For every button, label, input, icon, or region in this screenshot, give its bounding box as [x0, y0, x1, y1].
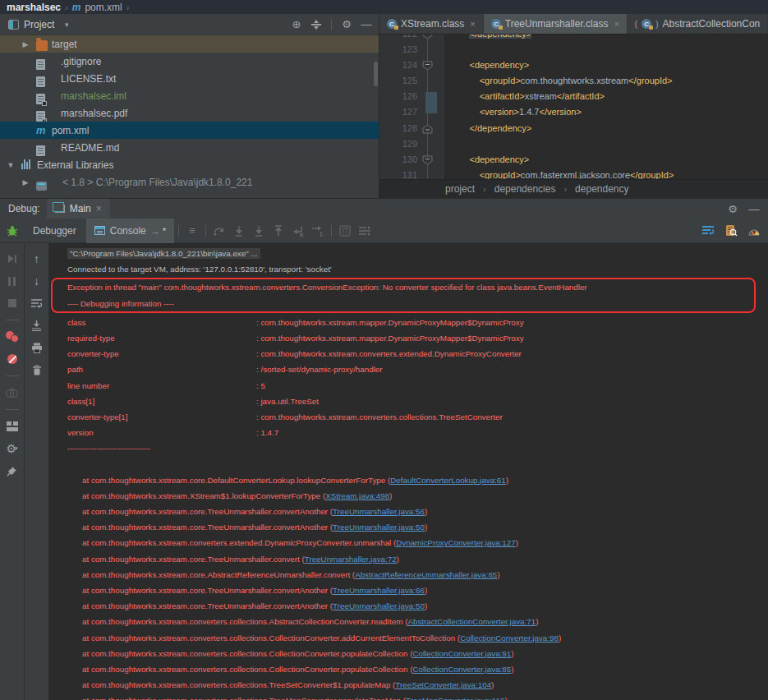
collapse-all-button[interactable] [309, 17, 324, 32]
code-line: </dependency> [449, 121, 674, 136]
tree-item-readme-md[interactable]: README.md [0, 139, 379, 156]
hide-panel-button[interactable]: — [359, 17, 374, 32]
pin-tab-button[interactable] [5, 463, 20, 478]
drop-frame-button[interactable] [289, 223, 307, 239]
code-editor[interactable]: </dependency> <dependency> <groupId>com.… [444, 35, 768, 179]
stack-link[interactable]: TreeUnmarshaller.java:72 [305, 555, 397, 564]
restore-layout-button[interactable] [5, 419, 20, 434]
stack-link[interactable]: DefaultConverterLookup.java:61 [390, 476, 506, 485]
line-number: 122 [379, 35, 417, 42]
print-button[interactable] [30, 340, 44, 355]
force-step-into-button[interactable] [250, 223, 268, 239]
evaluate-expression-button[interactable] [336, 223, 354, 239]
stack-link[interactable]: CollectionConverter.java:85 [412, 665, 511, 674]
tab-label: Console [110, 225, 146, 237]
close-icon[interactable]: × [614, 19, 619, 29]
line-number: 123 [379, 42, 417, 58]
stack-link[interactable]: XStream.java:498 [325, 491, 389, 500]
chevron-collapsed-icon[interactable]: ▶ [21, 178, 30, 187]
tab-console[interactable]: Console→* [86, 219, 174, 243]
xml-breadcrumb-dependency[interactable]: dependency [575, 183, 628, 195]
tab-debugger[interactable]: Debugger [25, 219, 85, 243]
stack-link[interactable]: CollectionConverter.java:91 [412, 649, 511, 658]
blank-line [67, 456, 768, 472]
camera-snapshot-button[interactable] [5, 385, 20, 400]
mute-breakpoints-button[interactable] [5, 352, 20, 366]
resume-button[interactable] [5, 251, 20, 266]
tree-item-label: marshalsec.pdf [61, 108, 127, 119]
gear-icon[interactable]: ⚙ [725, 201, 740, 216]
performance-gauge-icon[interactable] [747, 223, 761, 238]
scroll-to-end-button[interactable] [30, 318, 44, 333]
stop-button[interactable] [5, 296, 20, 311]
breadcrumb-project[interactable]: marshalsec [7, 2, 61, 13]
stack-link[interactable]: TreeUnmarshaller.java:50 [333, 523, 425, 532]
debug-header: Debug: Main × ⚙ — [0, 199, 768, 219]
fold-marker-start-icon[interactable] [422, 155, 433, 165]
step-out-button[interactable] [269, 223, 287, 239]
debug-info-header: ---- Debugging information ---- [67, 296, 754, 311]
tree-item-pom-xml[interactable]: mpom.xml [0, 122, 379, 139]
soft-wrap-button[interactable] [30, 296, 44, 311]
editor-tab-abstractcollectioncon[interactable]: (C)AbstractCollectionCon [628, 14, 768, 34]
editor-tab-treeunmarshaller-class[interactable]: CTreeUnmarshaller.class× [484, 14, 628, 34]
close-icon[interactable]: × [470, 19, 475, 29]
project-scrollbar[interactable] [374, 62, 378, 86]
run-to-cursor-button[interactable] [309, 223, 327, 239]
step-into-button[interactable] [230, 223, 248, 239]
fold-marker-end-icon[interactable] [422, 124, 433, 134]
view-breakpoints-button[interactable] [5, 329, 20, 344]
hide-panel-button[interactable]: — [747, 201, 761, 216]
project-panel-title[interactable]: Project [24, 19, 54, 30]
next-occurrence-button[interactable]: ↓ [30, 274, 44, 288]
rail-divider [6, 409, 19, 410]
stack-link[interactable]: AbstractCollectionConverter.java:71 [407, 617, 536, 626]
console-cmd-line: "C:\Program Files\Java\jdk1.8.0_221\bin\… [67, 246, 768, 261]
layout-settings-button[interactable] [356, 223, 374, 239]
annotation-highlight-box: Exception in thread "main" com.thoughtwo… [51, 278, 756, 312]
chevron-expanded-icon[interactable]: ▼ [7, 161, 15, 169]
stack-link[interactable]: TreeUnmarshaller.java:66 [333, 586, 425, 595]
code-line [449, 136, 674, 152]
close-icon[interactable]: × [96, 203, 102, 214]
tree-item--gitignore[interactable]: .gitignore [0, 53, 379, 70]
console-output[interactable]: "C:\Program Files\Java\jdk1.8.0_221\bin\… [49, 243, 768, 700]
tree-item-marshalsec-pdf[interactable]: ?marshalsec.pdf [0, 104, 379, 122]
tree-item-license-txt[interactable]: LICENSE.txt [0, 70, 379, 87]
stack-link[interactable]: TreeUnmarshaller.java:56 [333, 507, 425, 516]
show-execution-point-button[interactable]: ≡ [183, 223, 201, 239]
tree-item--1-8-c-program-files-java-jdk1-8-0-221[interactable]: ▶< 1.8 > C:\Program Files\Java\jdk1.8.0_… [0, 173, 379, 191]
editor-tab-label: AbstractCollectionCon [663, 18, 761, 30]
fold-marker-start-icon[interactable] [422, 35, 433, 39]
tree-item-marshalsec-iml[interactable]: marshalsec.iml [0, 87, 379, 104]
stack-link[interactable]: TreeMapConverter.java:116 [406, 696, 504, 700]
debug-info-divider: ------------------------------- [67, 440, 768, 456]
settings-gear-button[interactable]: ⚙▾ [5, 441, 20, 456]
analyze-stacktrace-icon[interactable] [724, 223, 738, 238]
soft-wrap-icon[interactable] [701, 223, 715, 238]
stack-link[interactable]: DynamicProxyConverter.java:127 [396, 538, 515, 547]
breadcrumb-file[interactable]: pom.xml [85, 2, 122, 13]
chevron-collapsed-icon[interactable]: ▶ [21, 40, 30, 48]
editor-tab-xstream-class[interactable]: CXStream.class× [379, 14, 484, 34]
step-over-button[interactable] [210, 223, 228, 239]
chevron-down-icon[interactable]: ▾ [59, 17, 74, 32]
xml-breadcrumb-dependencies[interactable]: dependencies [494, 183, 556, 195]
clear-console-button[interactable] [30, 362, 44, 377]
fold-marker-start-icon[interactable] [422, 61, 433, 71]
stack-link[interactable]: TreeUnmarshaller.java:50 [333, 601, 425, 610]
debug-session-tab-main[interactable]: Main × [47, 199, 110, 219]
xml-text: xstream [525, 91, 557, 101]
pause-button[interactable] [5, 274, 20, 288]
stack-link[interactable]: CollectionConverter.java:98 [460, 633, 559, 642]
jdk-folder-icon [36, 182, 47, 191]
editor-gutter[interactable]: 122123124125126127128129130131 [379, 35, 444, 179]
stack-link[interactable]: AbstractReferenceUnmarshaller.java:65 [355, 570, 497, 579]
tree-item-target[interactable]: ▶target [0, 35, 379, 53]
stack-link[interactable]: TreeSetConverter.java:104 [395, 680, 491, 689]
xml-breadcrumb-project[interactable]: project [445, 183, 475, 195]
tree-item-external-libraries[interactable]: ▼External Libraries [0, 156, 379, 173]
gear-icon[interactable]: ⚙ [339, 17, 354, 32]
locate-file-button[interactable]: ⊕ [289, 17, 304, 32]
prev-occurrence-button[interactable]: ↑ [30, 251, 44, 266]
